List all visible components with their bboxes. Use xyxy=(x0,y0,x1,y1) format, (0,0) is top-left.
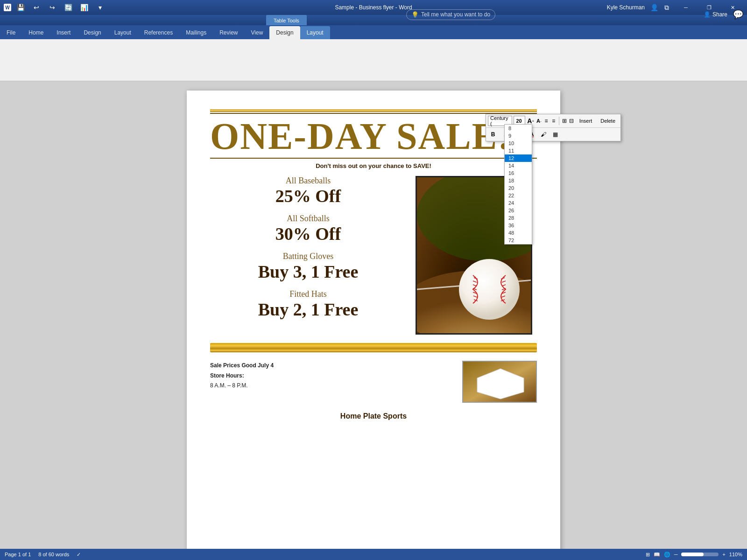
status-bar: Page 1 of 1 8 of 60 words ✓ ⊞ 📖 🌐 ─ + 11… xyxy=(0,549,747,560)
insert-delete-area: Insert Delete xyxy=(576,116,619,126)
homeplate-svg xyxy=(463,362,537,403)
qs-table[interactable]: 📊 xyxy=(78,1,91,14)
tab-references[interactable]: References xyxy=(138,26,179,39)
font-size-10[interactable]: 10 xyxy=(505,140,532,147)
view-web-icon[interactable]: 🌐 xyxy=(664,552,670,558)
tab-layout-context[interactable]: Layout xyxy=(300,26,330,39)
multiwindow-icon[interactable]: ⧉ xyxy=(660,1,673,14)
font-size-8[interactable]: 8 xyxy=(505,125,532,132)
share-button[interactable]: 👤 Share xyxy=(704,11,727,18)
window-title: Sample - Business flyer - Word xyxy=(335,4,412,11)
tab-review[interactable]: Review xyxy=(213,26,244,39)
word-count: 8 of 60 words xyxy=(38,552,69,558)
qs-dropdown[interactable]: ▾ xyxy=(93,1,106,14)
tab-file[interactable]: File xyxy=(0,26,22,39)
font-size-28[interactable]: 28 xyxy=(505,214,532,222)
bullets-button[interactable]: ≡ xyxy=(543,116,550,126)
bold-button[interactable]: B xyxy=(488,129,498,140)
qs-undo[interactable]: ↩ xyxy=(30,1,43,14)
font-size-11[interactable]: 11 xyxy=(505,147,532,154)
tab-design-context[interactable]: Design xyxy=(269,26,300,39)
font-size-48[interactable]: 48 xyxy=(505,229,532,237)
font-size-20[interactable]: 20 xyxy=(505,184,532,192)
title-bar: W 💾 ↩ ↪ 🔄 📊 ▾ Sample - Business flyer - … xyxy=(0,0,747,15)
qs-redo[interactable]: ↪ xyxy=(46,1,59,14)
zoom-minus-btn[interactable]: ─ xyxy=(674,552,678,557)
user-area: 👤 Share 💬 xyxy=(704,0,743,29)
sale-category-4: Fitted Hats xyxy=(210,289,406,299)
borders-button[interactable]: ⊟ xyxy=(569,116,575,126)
tab-view[interactable]: View xyxy=(245,26,270,39)
tab-design[interactable]: Design xyxy=(77,26,107,39)
zoom-slider[interactable] xyxy=(681,553,719,556)
font-size-26[interactable]: 26 xyxy=(505,207,532,214)
doc-subtitle: Don't miss out on your chance to SAVE! xyxy=(210,162,537,169)
proofing-icon[interactable]: ✓ xyxy=(77,552,81,558)
delete-button[interactable]: Delete xyxy=(597,116,619,126)
sale-category-2: All Softballs xyxy=(210,214,406,224)
qs-auto[interactable]: 🔄 xyxy=(62,1,75,14)
font-size-14[interactable]: 14 xyxy=(505,162,532,169)
table-button[interactable]: ⊞ xyxy=(561,116,567,126)
tellme-container: 💡 Tell me what you want to do xyxy=(406,0,495,29)
font-size-24[interactable]: 24 xyxy=(505,199,532,207)
share-label: Share xyxy=(712,11,727,18)
gold-bar xyxy=(210,343,537,352)
sale-category-3: Batting Gloves xyxy=(210,252,406,261)
border-shading-button[interactable]: ▦ xyxy=(550,129,560,140)
tellme-input[interactable]: 💡 Tell me what you want to do xyxy=(406,9,495,20)
tab-layout[interactable]: Layout xyxy=(108,26,138,39)
context-tab-bar: Table Tools xyxy=(0,15,747,25)
tab-home[interactable]: Home xyxy=(22,26,50,39)
context-tab-label: Table Tools xyxy=(266,15,307,25)
zoom-plus-btn[interactable]: + xyxy=(722,552,725,557)
font-size-72[interactable]: 72 xyxy=(505,237,532,244)
sale-item-softballs: All Softballs 30% Off xyxy=(210,214,406,244)
comment-icon[interactable]: 💬 xyxy=(733,9,743,20)
highlight-button[interactable]: 🖌 xyxy=(538,129,549,140)
toolbar-divider xyxy=(559,117,559,125)
lightbulb-icon: 💡 xyxy=(411,11,419,18)
qs-save[interactable]: 💾 xyxy=(14,1,27,14)
sale-date: Sale Prices Good July 4 xyxy=(210,361,274,371)
doc-info: Sale Prices Good July 4 Store Hours: 8 A… xyxy=(210,361,274,391)
insert-button[interactable]: Insert xyxy=(576,116,596,126)
font-size-9[interactable]: 9 xyxy=(505,132,532,140)
font-size-16[interactable]: 16 xyxy=(505,169,532,177)
title-bar-left: W 💾 ↩ ↪ 🔄 📊 ▾ xyxy=(4,1,106,14)
tab-insert[interactable]: Insert xyxy=(50,26,77,39)
view-normal-icon[interactable]: ⊞ xyxy=(646,552,650,558)
page-info: Page 1 of 1 xyxy=(5,552,31,558)
font-grow-icon: A xyxy=(527,117,532,125)
font-shrink-button[interactable]: A- xyxy=(536,116,542,126)
ribbon-bar: Century ( 20 A+ A- ≡ ≡ ⊞ ⊟ Insert xyxy=(0,39,747,81)
indent-icon: ≡ xyxy=(552,118,555,124)
sale-category-1: All Baseballs xyxy=(210,176,406,186)
bullets-icon: ≡ xyxy=(545,118,548,124)
doc-left: All Baseballs 25% Off All Softballs 30% … xyxy=(210,176,406,335)
font-size-dropdown[interactable]: 8 9 10 11 12 14 16 18 20 22 24 26 28 36 … xyxy=(504,124,532,245)
doc-footer: Home Plate Sports xyxy=(210,412,537,420)
border-shading-icon: ▦ xyxy=(553,131,558,138)
view-reading-icon[interactable]: 📖 xyxy=(654,552,660,558)
highlight-icon: 🖌 xyxy=(541,131,546,138)
table-icon: ⊞ xyxy=(562,118,567,124)
doc-divider-top xyxy=(210,158,537,159)
font-shrink-icon: A xyxy=(536,118,540,124)
borders-icon: ⊟ xyxy=(569,118,574,124)
doc-content: All Baseballs 25% Off All Softballs 30% … xyxy=(210,176,537,335)
account-icon: 👤 xyxy=(650,4,658,11)
zoom-level[interactable]: 110% xyxy=(729,552,742,557)
indent-button[interactable]: ≡ xyxy=(550,116,557,126)
share-icon: 👤 xyxy=(704,11,711,18)
tab-mailings[interactable]: Mailings xyxy=(179,26,213,39)
minimize-button[interactable]: ─ xyxy=(675,0,697,15)
doc-area: ONE-DAY SALE! Don't miss out on your cha… xyxy=(0,81,747,560)
font-size-18[interactable]: 18 xyxy=(505,177,532,184)
font-size-36[interactable]: 36 xyxy=(505,222,532,229)
top-border-gold xyxy=(210,109,537,112)
font-size-22[interactable]: 22 xyxy=(505,192,532,199)
homeplate-image xyxy=(462,361,537,403)
user-name: Kyle Schurman xyxy=(607,4,645,11)
font-size-12[interactable]: 12 xyxy=(505,154,532,162)
